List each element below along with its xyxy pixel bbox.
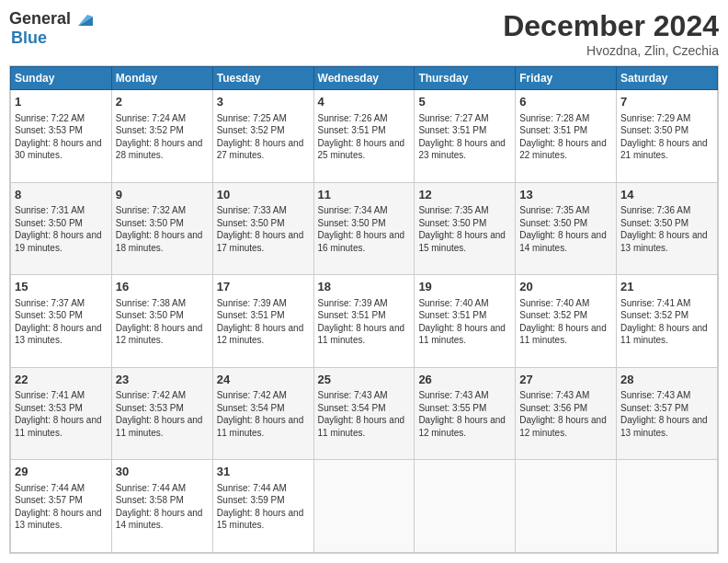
sunset-18: Sunset: 3:51 PM [318,310,386,320]
daylight-label-19: Daylight: 8 hours and 11 minutes. [418,323,506,346]
sunset-12: Sunset: 3:50 PM [418,218,486,228]
sunset-21: Sunset: 3:52 PM [620,310,688,320]
day-cell-26: 26Sunrise: 7:43 AMSunset: 3:55 PMDayligh… [415,367,516,460]
day-number-16: 16 [116,279,209,295]
logo-blue-text: Blue [11,29,93,48]
day-cell-7: 7Sunrise: 7:29 AMSunset: 3:50 PMDaylight… [617,90,718,183]
daylight-label-14: Daylight: 8 hours and 13 minutes. [620,230,708,253]
day-cell-12: 12Sunrise: 7:35 AMSunset: 3:50 PMDayligh… [415,182,516,275]
sunset-8: Sunset: 3:50 PM [15,218,83,228]
sunrise-20: Sunrise: 7:40 AM [519,298,589,308]
day-cell-15: 15Sunrise: 7:37 AMSunset: 3:50 PMDayligh… [11,275,112,368]
day-cell-5: 5Sunrise: 7:27 AMSunset: 3:51 PMDaylight… [415,90,516,183]
day-number-11: 11 [318,187,411,203]
daylight-label-29: Daylight: 8 hours and 13 minutes. [15,508,102,531]
week-row-2: 8Sunrise: 7:31 AMSunset: 3:50 PMDaylight… [11,182,718,275]
daylight-label-4: Daylight: 8 hours and 25 minutes. [318,138,405,161]
sunset-16: Sunset: 3:50 PM [116,310,184,320]
sunset-29: Sunset: 3:57 PM [15,495,83,505]
sunrise-10: Sunrise: 7:33 AM [217,205,287,215]
sunrise-17: Sunrise: 7:39 AM [217,298,287,308]
col-saturday: Saturday [617,67,718,90]
day-number-27: 27 [519,372,612,388]
col-thursday: Thursday [415,67,516,90]
sunset-10: Sunset: 3:50 PM [217,218,285,228]
daylight-label-10: Daylight: 8 hours and 17 minutes. [217,230,304,253]
calendar: Sunday Monday Tuesday Wednesday Thursday… [9,65,719,554]
sunrise-1: Sunrise: 7:22 AM [15,113,85,123]
sunset-3: Sunset: 3:52 PM [217,125,285,135]
daylight-label-21: Daylight: 8 hours and 11 minutes. [620,323,708,346]
sunrise-19: Sunrise: 7:40 AM [418,298,488,308]
sunrise-15: Sunrise: 7:37 AM [15,298,85,308]
day-number-7: 7 [620,94,713,110]
sunrise-5: Sunrise: 7:27 AM [418,113,488,123]
sunrise-25: Sunrise: 7:43 AM [318,390,388,400]
daylight-label-1: Daylight: 8 hours and 30 minutes. [15,138,102,161]
day-cell-19: 19Sunrise: 7:40 AMSunset: 3:51 PMDayligh… [415,275,516,368]
col-friday: Friday [516,67,617,90]
sunrise-7: Sunrise: 7:29 AM [620,113,690,123]
day-number-23: 23 [116,372,209,388]
sunrise-27: Sunrise: 7:43 AM [519,390,589,400]
day-cell-16: 16Sunrise: 7:38 AMSunset: 3:50 PMDayligh… [111,275,212,368]
daylight-label-26: Daylight: 8 hours and 12 minutes. [418,415,506,438]
week-row-4: 22Sunrise: 7:41 AMSunset: 3:53 PMDayligh… [11,367,718,460]
sunrise-16: Sunrise: 7:38 AM [116,298,186,308]
day-cell-31: 31Sunrise: 7:44 AMSunset: 3:59 PMDayligh… [212,460,313,553]
sunrise-3: Sunrise: 7:25 AM [217,113,287,123]
day-cell-4: 4Sunrise: 7:26 AMSunset: 3:51 PMDaylight… [313,90,415,183]
sunset-24: Sunset: 3:54 PM [217,403,285,413]
day-number-18: 18 [318,279,411,295]
sunset-2: Sunset: 3:52 PM [116,125,184,135]
day-number-31: 31 [217,464,310,480]
sunrise-31: Sunrise: 7:44 AM [217,483,287,493]
day-number-1: 1 [15,94,108,110]
sunrise-28: Sunrise: 7:43 AM [620,390,690,400]
sunrise-26: Sunrise: 7:43 AM [418,390,488,400]
day-number-13: 13 [519,187,612,203]
daylight-label-3: Daylight: 8 hours and 27 minutes. [217,138,304,161]
sunrise-4: Sunrise: 7:26 AM [318,113,388,123]
page: General Blue December 2024 Hvozdna, Zlin… [0,0,728,563]
week-row-1: 1Sunrise: 7:22 AMSunset: 3:53 PMDaylight… [11,90,718,183]
sunset-17: Sunset: 3:51 PM [217,310,285,320]
daylight-label-24: Daylight: 8 hours and 11 minutes. [217,415,304,438]
daylight-label-31: Daylight: 8 hours and 15 minutes. [217,508,304,531]
sunset-13: Sunset: 3:50 PM [519,218,587,228]
day-number-22: 22 [15,372,108,388]
day-number-25: 25 [318,372,411,388]
day-number-21: 21 [620,279,713,295]
sunset-15: Sunset: 3:50 PM [15,310,83,320]
sunset-30: Sunset: 3:58 PM [116,495,184,505]
day-number-24: 24 [217,372,310,388]
week-row-5: 29Sunrise: 7:44 AMSunset: 3:57 PMDayligh… [11,460,718,553]
daylight-label-15: Daylight: 8 hours and 13 minutes. [15,323,102,346]
day-cell-17: 17Sunrise: 7:39 AMSunset: 3:51 PMDayligh… [212,275,313,368]
daylight-label-27: Daylight: 8 hours and 12 minutes. [519,415,607,438]
day-number-29: 29 [15,464,108,480]
empty-cell-w5-d6 [617,460,718,553]
day-number-20: 20 [519,279,612,295]
day-cell-20: 20Sunrise: 7:40 AMSunset: 3:52 PMDayligh… [516,275,617,368]
day-number-15: 15 [15,279,108,295]
week-row-3: 15Sunrise: 7:37 AMSunset: 3:50 PMDayligh… [11,275,718,368]
sunrise-30: Sunrise: 7:44 AM [116,483,186,493]
day-cell-13: 13Sunrise: 7:35 AMSunset: 3:50 PMDayligh… [516,182,617,275]
calendar-body: 1Sunrise: 7:22 AMSunset: 3:53 PMDaylight… [11,90,718,553]
sunrise-18: Sunrise: 7:39 AM [318,298,388,308]
empty-cell-w5-d4 [415,460,516,553]
sunset-25: Sunset: 3:54 PM [318,403,386,413]
day-cell-9: 9Sunrise: 7:32 AMSunset: 3:50 PMDaylight… [111,182,212,275]
daylight-label-2: Daylight: 8 hours and 28 minutes. [116,138,203,161]
sunset-20: Sunset: 3:52 PM [519,310,587,320]
day-cell-29: 29Sunrise: 7:44 AMSunset: 3:57 PMDayligh… [11,460,112,553]
day-cell-24: 24Sunrise: 7:42 AMSunset: 3:54 PMDayligh… [212,367,313,460]
col-tuesday: Tuesday [212,67,313,90]
location: Hvozdna, Zlin, Czechia [503,43,719,58]
col-monday: Monday [111,67,212,90]
logo-bird-icon [73,9,93,29]
sunrise-29: Sunrise: 7:44 AM [15,483,85,493]
daylight-label-11: Daylight: 8 hours and 16 minutes. [318,230,405,253]
day-number-17: 17 [217,279,310,295]
